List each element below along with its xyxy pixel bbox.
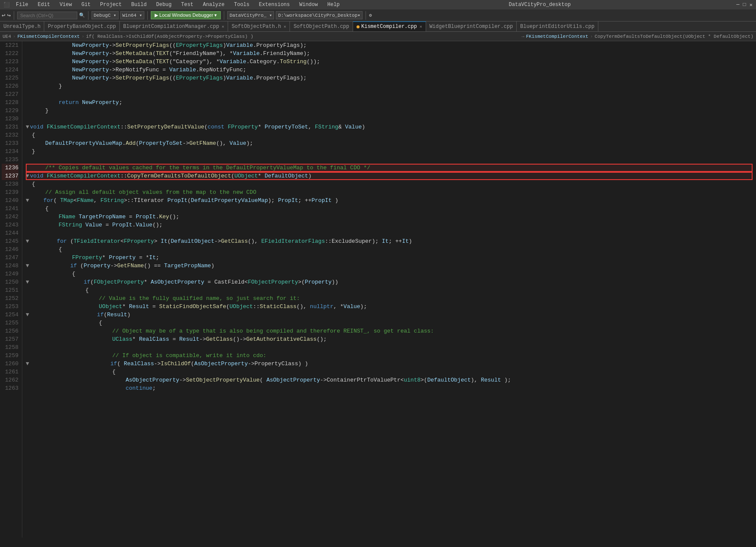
menu-debug[interactable]: Debug	[152, 1, 175, 9]
code-text: void FKismetCompilerContext::SetProperty…	[30, 123, 753, 131]
minimize-button[interactable]: ─	[736, 2, 739, 8]
breadcrumb-arrow: →	[521, 34, 524, 39]
toolbar-undo[interactable]: ↩	[2, 12, 5, 19]
menu-project[interactable]: Project	[97, 1, 125, 9]
menu-git[interactable]: Git	[78, 1, 94, 9]
tab-label: SoftObjectPath.cpp	[293, 24, 349, 30]
tab-label: KismetCompiler.cpp	[361, 24, 417, 30]
tab-property-base[interactable]: PropertyBaseObject.cpp	[44, 21, 119, 31]
line-number: 1260	[2, 360, 18, 368]
debug-config-dropdown[interactable]: DebugC ▾	[91, 11, 119, 19]
menu-edit[interactable]: Edit	[34, 1, 54, 9]
code-line: FString Value = PropIt.Value();	[26, 221, 753, 229]
breadcrumb-sep-3: ›	[590, 34, 593, 39]
code-line: {	[26, 180, 753, 188]
search-icon[interactable]: 🔍	[79, 12, 85, 18]
tab-unreal-type[interactable]: UnrealType.h	[0, 21, 44, 31]
breadcrumb-sep-2: ›	[82, 34, 85, 39]
local-debugger-button[interactable]: ▶ Local Windows Debugger ▾	[151, 11, 221, 19]
code-text	[32, 229, 753, 237]
toolbar-separator-3	[147, 11, 148, 20]
fold-icon[interactable]: ▼	[26, 196, 29, 205]
tab-blueprint-editor-utils[interactable]: BlueprintEditorUtils.cpp	[517, 21, 598, 31]
menu-help[interactable]: Help	[324, 1, 343, 9]
modified-indicator	[357, 25, 360, 28]
line-number: 1247	[2, 254, 18, 262]
menu-window[interactable]: Window	[296, 1, 321, 9]
fold-icon[interactable]: ▼	[26, 237, 29, 245]
fold-icon[interactable]: ▼	[26, 278, 29, 286]
breadcrumb-func: CopyTermDefaultsToDefaultObject(UObject …	[594, 34, 753, 39]
line-number: 1249	[2, 270, 18, 278]
line-number: 1225	[2, 74, 18, 82]
line-number: 1234	[2, 147, 18, 156]
close-button[interactable]: ✕	[750, 2, 753, 8]
search-input[interactable]	[17, 12, 77, 19]
line-number: 1251	[2, 286, 18, 294]
tab-widget-blueprint[interactable]: WidgetBlueprintCompiler.cpp	[426, 21, 517, 31]
code-line: {	[26, 286, 753, 294]
fold-icon[interactable]: ▼	[26, 123, 29, 131]
menu-extensions[interactable]: Extensions	[256, 1, 293, 9]
project-dropdown[interactable]: DataVCityPro_ ▾	[227, 11, 274, 19]
code-text: for (TFieldIterator<FProperty> It(Defaul…	[30, 237, 753, 245]
code-content[interactable]: NewProperty->SetPropertyFlags((EProperty…	[22, 41, 756, 538]
line-number: 1244	[2, 229, 18, 237]
menu-view[interactable]: View	[56, 1, 76, 9]
code-text: }	[32, 147, 753, 156]
code-line: ▼ if( RealClass->IsChildOf(AsObjectPrope…	[26, 360, 753, 368]
code-line: ▼ if(Result)	[26, 311, 753, 319]
line-number: 1243	[2, 221, 18, 229]
title-bar-left: ⬛ File Edit View Git Project Build Debug…	[3, 1, 343, 9]
fold-icon[interactable]: ▼	[26, 262, 29, 270]
workspace-dropdown[interactable]: D:\workspace\CityPro_Desktop▾	[276, 11, 362, 19]
code-text: {	[32, 319, 753, 327]
tab-close-icon[interactable]: ✕	[222, 24, 224, 29]
code-line: }	[26, 107, 753, 115]
fold-icon[interactable]: ▼	[26, 173, 29, 179]
breadcrumb-context[interactable]: FKismetCompilerContext	[17, 34, 79, 39]
menu-tools[interactable]: Tools	[231, 1, 253, 9]
toolbar-redo[interactable]: ↪	[7, 12, 10, 19]
code-text: {	[32, 368, 753, 376]
title-bar: ⬛ File Edit View Git Project Build Debug…	[0, 0, 756, 9]
menu-analyze[interactable]: Analyze	[199, 1, 228, 9]
settings-icon[interactable]: ⚙	[369, 12, 372, 18]
menu-test[interactable]: Test	[178, 1, 197, 9]
line-number: 1221	[2, 41, 18, 49]
line-number: 1242	[2, 213, 18, 221]
code-line: NewProperty->SetPropertyFlags((EProperty…	[26, 74, 753, 82]
tab-softobject-cpp[interactable]: SoftObjectPath.cpp	[290, 21, 353, 31]
code-line: DefaultPropertyValueMap.Add(PropertyToSe…	[26, 139, 753, 147]
tab-softobject-h[interactable]: SoftObjectPath.h ✕	[228, 21, 290, 31]
code-line: }	[26, 147, 753, 156]
toolbar-separator-5	[366, 11, 366, 20]
code-line: {	[26, 131, 753, 139]
tab-close-icon[interactable]: ✕	[284, 24, 286, 29]
maximize-button[interactable]: □	[743, 2, 746, 8]
code-text: /** Copies default values cached for the…	[32, 165, 370, 171]
line-number: 1246	[2, 245, 18, 254]
tab-close-icon[interactable]: ✕	[420, 24, 422, 29]
platform-dropdown[interactable]: Win64 ▾	[120, 11, 144, 19]
code-line: NewProperty->SetMetaData(TEXT("Category"…	[26, 58, 753, 66]
code-text: FName TargetPropName = PropIt.Key();	[32, 213, 753, 221]
code-text: FProperty* Property = *It;	[32, 254, 753, 262]
tab-blueprint-compilation[interactable]: BlueprintCompilationManager.cpp ✕	[120, 21, 228, 31]
menu-file[interactable]: File	[12, 1, 32, 9]
tab-label: BlueprintEditorUtils.cpp	[520, 24, 594, 30]
tab-kismet-compiler[interactable]: KismetCompiler.cpp ✕	[353, 21, 426, 31]
fold-icon[interactable]: ▼	[26, 360, 29, 368]
breadcrumb-bar: UE4 › FKismetCompilerContext › if( RealC…	[0, 32, 756, 41]
breadcrumb-target[interactable]: FKismetCompilerContext	[526, 34, 588, 39]
line-number: 1241	[2, 205, 18, 213]
menu-build[interactable]: Build	[128, 1, 150, 9]
code-line: // Object may be of a type that is also …	[26, 327, 753, 335]
line-number: 1237	[2, 172, 18, 180]
code-text: return NewProperty;	[32, 98, 753, 107]
code-text: UClass* RealClass = Result->GetClass()->…	[32, 335, 753, 343]
fold-icon[interactable]: ▼	[26, 311, 29, 319]
line-number: 1253	[2, 303, 18, 311]
line-number: 1224	[2, 66, 18, 74]
line-number: 1227	[2, 90, 18, 98]
